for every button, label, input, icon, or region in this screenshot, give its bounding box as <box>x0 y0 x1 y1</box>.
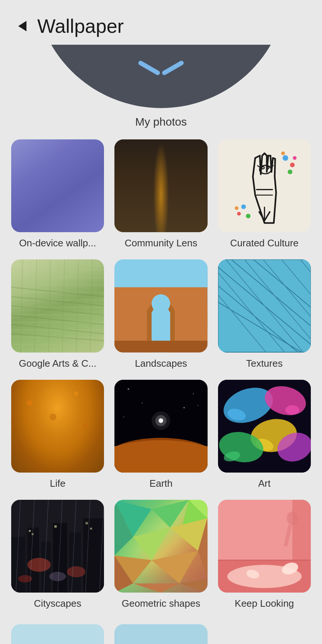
svg-rect-91 <box>32 533 34 535</box>
label-ondevice: On-device wallp... <box>19 237 96 249</box>
svg-point-82 <box>49 572 66 581</box>
keeplooking-svg <box>218 500 311 593</box>
thumb-keeplooking <box>218 500 311 593</box>
grid-item-keeplooking[interactable]: Keep Looking <box>218 500 311 609</box>
svg-line-22 <box>11 325 104 334</box>
svg-rect-94 <box>90 528 92 530</box>
my-photos-label: My photos <box>135 108 187 139</box>
thumb-landscapes <box>114 259 207 352</box>
grid-item-textures[interactable]: Textures <box>218 259 311 369</box>
svg-rect-78 <box>83 518 104 593</box>
grid-item-bottom-2[interactable] <box>114 624 207 644</box>
svg-point-1 <box>282 155 288 161</box>
art-svg <box>218 380 311 473</box>
svg-rect-32 <box>114 341 207 352</box>
header: Wallpaper <box>0 0 322 45</box>
svg-point-4 <box>281 151 285 155</box>
svg-point-59 <box>183 407 185 408</box>
svg-line-21 <box>11 315 104 325</box>
thumb-cityscapes <box>11 500 104 593</box>
grid-item-ondevice[interactable]: On-device wallp... <box>11 139 104 249</box>
arts-svg <box>11 259 104 352</box>
thumb-community <box>114 139 207 232</box>
textures-svg <box>218 259 311 352</box>
thumb-curated <box>218 139 311 232</box>
thumb-art <box>218 380 311 473</box>
label-life: Life <box>50 478 66 489</box>
hero-circle <box>34 45 288 108</box>
svg-point-9 <box>235 206 239 210</box>
svg-marker-105 <box>133 583 180 593</box>
svg-line-26 <box>48 259 51 352</box>
svg-point-66 <box>285 405 299 414</box>
svg-point-33 <box>152 294 170 313</box>
wallpaper-grid: On-device wallp... Community Lens <box>0 139 322 624</box>
back-button[interactable] <box>11 15 34 37</box>
thumb-earth <box>114 380 207 473</box>
back-arrow-icon <box>18 21 26 31</box>
earth-svg <box>114 380 207 473</box>
svg-marker-99 <box>133 528 170 560</box>
grid-item-curated[interactable]: Curated Culture <box>218 139 311 249</box>
label-community: Community Lens <box>124 237 197 249</box>
svg-point-55 <box>152 411 170 430</box>
page-title: Wallpaper <box>37 15 124 37</box>
geometric-svg <box>114 500 207 593</box>
grid-item-art[interactable]: Art <box>218 380 311 489</box>
svg-point-56 <box>128 388 129 390</box>
svg-rect-77 <box>69 532 81 593</box>
svg-rect-118 <box>114 624 207 644</box>
hero-image[interactable] <box>0 45 322 108</box>
curated-culture-svg <box>218 139 311 232</box>
svg-rect-92 <box>54 525 57 528</box>
svg-point-116 <box>287 511 298 525</box>
svg-line-29 <box>90 259 92 352</box>
cityscapes-svg <box>11 500 104 593</box>
hero-chevron-icon <box>139 60 183 82</box>
landscapes-svg <box>114 259 207 352</box>
grid-item-arts[interactable]: Google Arts & C... <box>11 259 104 369</box>
grid-item-bottom-1[interactable] <box>11 624 104 644</box>
svg-line-20 <box>11 306 104 315</box>
svg-point-57 <box>193 393 194 394</box>
svg-point-52 <box>114 440 207 473</box>
grid-item-life[interactable]: Life <box>11 380 104 489</box>
svg-point-7 <box>237 212 241 215</box>
svg-line-19 <box>11 297 104 306</box>
thumb-ondevice <box>11 139 104 232</box>
grid-item-geometric[interactable]: Geometric shapes <box>114 500 207 609</box>
svg-point-81 <box>18 575 32 583</box>
svg-point-58 <box>142 402 143 403</box>
svg-marker-102 <box>152 551 198 583</box>
svg-line-27 <box>62 259 64 352</box>
svg-marker-106 <box>180 579 208 593</box>
grid-item-earth[interactable]: Earth <box>114 380 207 489</box>
svg-rect-90 <box>29 530 31 532</box>
svg-line-24 <box>20 259 23 352</box>
bottom1-svg <box>11 624 104 644</box>
svg-rect-112 <box>292 500 311 560</box>
label-curated: Curated Culture <box>230 237 299 249</box>
svg-point-80 <box>67 566 86 577</box>
label-cityscapes: Cityscapes <box>34 598 81 609</box>
label-earth: Earth <box>149 478 173 489</box>
svg-point-8 <box>246 214 250 218</box>
grid-item-landscapes[interactable]: Landscapes <box>114 259 207 369</box>
wallpaper-grid-bottom <box>0 624 322 644</box>
svg-point-3 <box>288 170 292 174</box>
hero-section: My photos <box>0 45 322 139</box>
grid-item-cityscapes[interactable]: Cityscapes <box>11 500 104 609</box>
svg-line-18 <box>11 287 104 297</box>
thumb-life <box>11 380 104 473</box>
label-art: Art <box>258 478 271 489</box>
thumb-bottom-1 <box>11 624 104 644</box>
svg-point-5 <box>293 156 296 160</box>
svg-line-25 <box>34 259 37 352</box>
label-keeplooking: Keep Looking <box>235 598 294 609</box>
label-landscapes: Landscapes <box>135 358 187 369</box>
bottom2-svg <box>114 624 207 644</box>
thumb-geometric <box>114 500 207 593</box>
thumb-textures <box>218 259 311 352</box>
svg-point-60 <box>123 416 124 417</box>
grid-item-community[interactable]: Community Lens <box>114 139 207 249</box>
